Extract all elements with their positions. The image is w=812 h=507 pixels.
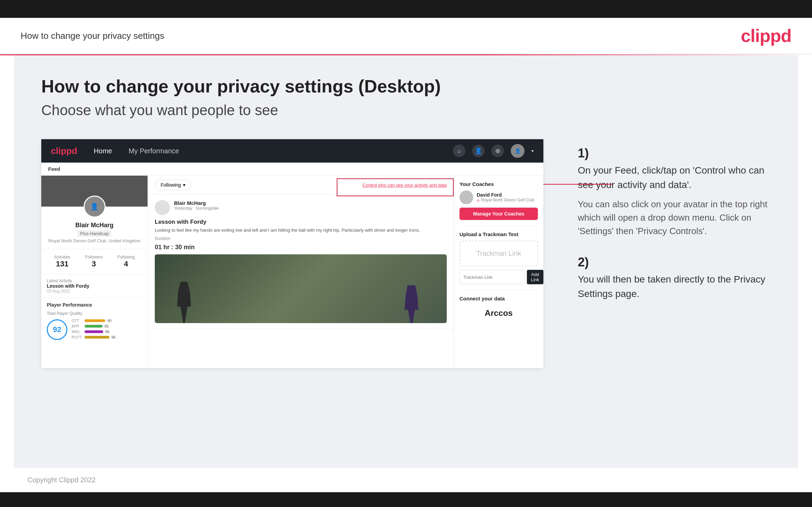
connect-title: Connect your data (459, 296, 538, 301)
profile-club: Royal North Devon Golf Club, United King… (47, 238, 142, 243)
post-header: Blair McHarg Yesterday · Sunningdale (155, 200, 447, 215)
app-body: 👤 Blair McHarg Plus Handicap Royal North… (41, 176, 543, 368)
latest-activity: Latest Activity Lesson with Fordy 03 Aug… (41, 274, 148, 298)
post-author-avatar (155, 200, 170, 215)
nav-icons: ⌕ 👤 ⊕ 👤 ▾ (453, 144, 534, 158)
trackman-input[interactable] (459, 270, 525, 284)
post-image (155, 254, 447, 323)
nav-home[interactable]: Home (94, 147, 112, 155)
post-title: Lesson with Fordy (155, 219, 447, 225)
instruction-1-text: On your Feed, click/tap on 'Control who … (578, 163, 771, 192)
quality-row: 92 OTT 90 APP 85 (47, 319, 142, 341)
avatar-chevron-icon: ▾ (531, 148, 534, 154)
header: How to change your privacy settings clip… (0, 18, 812, 54)
trackman-section: Upload a Trackman Test Trackman Link Add… (459, 225, 538, 284)
coach-club: ◎ Royal North Devon Golf Club (477, 198, 534, 202)
right-panel: Your Coaches David Ford ◎ Royal North De… (454, 176, 543, 368)
coach-avatar (459, 190, 473, 204)
main-subheading: Choose what you want people to see (41, 102, 771, 119)
main-heading: How to change your privacy settings (Des… (41, 76, 771, 97)
chevron-down-icon: ▾ (183, 182, 185, 188)
following-button[interactable]: Following ▾ (155, 180, 191, 190)
profile-badge: Plus Handicap (77, 230, 112, 237)
post-meta: Yesterday · Sunningdale (174, 206, 219, 211)
profile-panel: 👤 Blair McHarg Plus Handicap Royal North… (41, 176, 148, 368)
instructions-panel: 1) On your Feed, click/tap on 'Control w… (571, 139, 771, 318)
instruction-1-num: 1) (578, 146, 771, 161)
instruction-1-secondary: You can also click on your avatar in the… (578, 198, 771, 238)
feed-tab[interactable]: Feed (41, 163, 543, 176)
stat-followers: Followers 3 (85, 255, 102, 268)
app-navbar: clippd Home My Performance ⌕ 👤 ⊕ 👤 ▾ (41, 139, 543, 163)
globe-icon[interactable]: ⊕ (491, 145, 504, 157)
post-duration: 01 hr : 30 min (155, 244, 447, 251)
coach-info: David Ford ◎ Royal North Devon Golf Club (477, 192, 534, 202)
bar-putt: PUTT 96 (72, 335, 142, 339)
coach-item: David Ford ◎ Royal North Devon Golf Club (459, 190, 538, 204)
main-content: How to change your privacy settings (Des… (14, 55, 798, 468)
instruction-1: 1) On your Feed, click/tap on 'Control w… (578, 146, 771, 238)
coaches-title: Your Coaches (459, 181, 538, 187)
page-title: How to change your privacy settings (21, 31, 164, 41)
bar-app-fill (85, 325, 102, 328)
top-bar (0, 0, 812, 18)
control-privacy-link[interactable]: Control who can see your activity and da… (362, 183, 447, 188)
profile-banner: 👤 (41, 176, 148, 207)
post-author-name: Blair McHarg (174, 200, 219, 206)
profile-info: Blair McHarg Plus Handicap Royal North D… (41, 222, 148, 249)
location-icon: ◎ (477, 198, 480, 202)
search-icon[interactable]: ⌕ (453, 145, 465, 157)
instruction-2: 2) You will then be taken directly to th… (578, 255, 771, 301)
instruction-2-num: 2) (578, 255, 771, 269)
profile-name: Blair McHarg (47, 222, 142, 229)
add-link-button[interactable]: Add Link (527, 270, 543, 284)
demo-section: clippd Home My Performance ⌕ 👤 ⊕ 👤 ▾ Fee… (41, 139, 771, 368)
feed-panel: Following ▾ Control who can see your act… (148, 176, 454, 368)
golfer-right-silhouette (404, 285, 419, 323)
app-logo: clippd (51, 146, 77, 156)
bar-arg: ARG 86 (72, 330, 142, 334)
post-card: Blair McHarg Yesterday · Sunningdale Les… (148, 195, 454, 329)
bar-ott-fill (85, 319, 105, 322)
post-duration-label: Duration (155, 236, 447, 241)
stat-following: Following 4 (117, 255, 135, 268)
instruction-2-text: You will then be taken directly to the P… (578, 272, 771, 301)
feed-header: Following ▾ Control who can see your act… (148, 176, 454, 195)
bottom-bar (0, 492, 812, 507)
coaches-section: Your Coaches David Ford ◎ Royal North De… (459, 181, 538, 220)
stat-activities: Activities 131 (54, 255, 70, 268)
quality-score: 92 (47, 319, 67, 340)
nav-performance[interactable]: My Performance (129, 147, 179, 155)
post-body: Looking to feel like my hands are exitin… (155, 228, 447, 233)
user-icon[interactable]: 👤 (472, 145, 485, 157)
bar-app: APP 85 (72, 324, 142, 328)
profile-stats: Activities 131 Followers 3 Following 4 (41, 249, 148, 274)
footer: Copyright Clippd 2022 (0, 468, 812, 492)
trackman-link-area: Trackman Link (459, 241, 538, 266)
coach-name: David Ford (477, 192, 534, 198)
bar-arg-fill (85, 330, 103, 333)
bar-ott: OTT 90 (72, 319, 142, 323)
bar-putt-fill (85, 336, 109, 339)
manage-coaches-button[interactable]: Manage Your Coaches (459, 208, 538, 220)
user-avatar-nav[interactable]: 👤 (511, 144, 524, 158)
arccos-logo: Arccos (459, 305, 538, 321)
trackman-title: Upload a Trackman Test (459, 231, 538, 237)
copyright-text: Copyright Clippd 2022 (28, 476, 96, 484)
clippd-logo: clippd (741, 25, 791, 46)
connect-section: Connect your data Arccos (459, 290, 538, 321)
arrow-horizontal-line (543, 184, 612, 185)
player-performance: Player Performance Total Player Quality … (41, 298, 148, 345)
golfer-left-silhouette (175, 282, 193, 323)
profile-avatar: 👤 (84, 196, 106, 218)
trackman-input-row: Add Link (459, 270, 538, 284)
quality-bars: OTT 90 APP 85 ARG (72, 319, 142, 341)
post-author-info: Blair McHarg Yesterday · Sunningdale (174, 200, 219, 211)
app-mockup: clippd Home My Performance ⌕ 👤 ⊕ 👤 ▾ Fee… (41, 139, 543, 368)
